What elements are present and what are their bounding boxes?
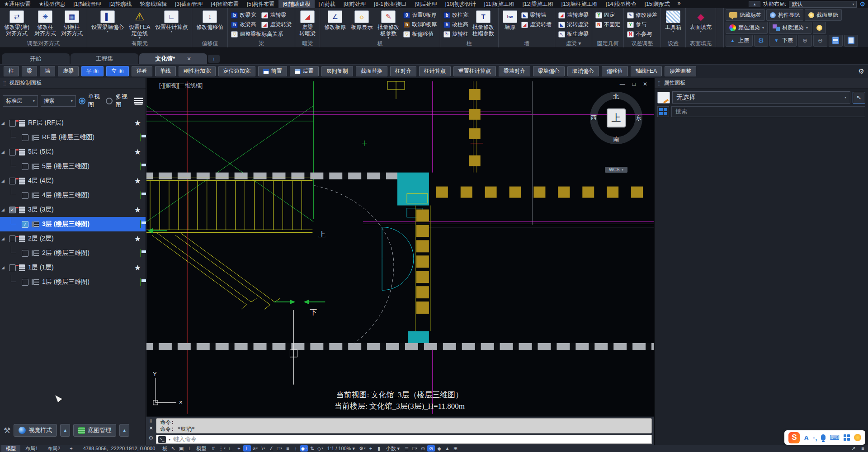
toolbar-button[interactable]: 截面替换 [356, 66, 387, 76]
toolbar-button[interactable]: 立 面 [106, 66, 128, 76]
ribbon-button[interactable]: ✳修改柱对齐方式 [33, 9, 58, 37]
ribbon-button[interactable]: h改梁高 [230, 20, 257, 29]
microphone-icon[interactable] [821, 434, 826, 441]
expander-icon[interactable]: ◢ [1, 150, 5, 154]
ribbon-button[interactable]: ◆表面填充▾ [688, 9, 713, 33]
ribbon-right-button[interactable]: 隐藏标签 [726, 9, 765, 21]
select-mode-icon[interactable]: ↖ [169, 445, 177, 452]
visibility-checkbox[interactable] [22, 279, 28, 286]
add-layout-tab[interactable]: + [65, 445, 77, 452]
close-icon[interactable]: ✕ [187, 56, 191, 62]
ribbon-button[interactable]: ☼板厚显示 [349, 9, 374, 30]
menu-overflow-icon[interactable]: » [674, 0, 684, 8]
menubar-item-11[interactable]: [8]前处理 [340, 0, 370, 8]
navigation-compass[interactable]: 北 南 西 东 上 [590, 92, 642, 144]
properties-search-input[interactable]: 搜索 [671, 106, 865, 117]
document-tab-1[interactable]: 开始 [2, 53, 70, 64]
toolbar-button[interactable]: 梁 [22, 66, 37, 76]
document-tab-2[interactable]: 工程集 [71, 53, 138, 64]
keyboard-icon[interactable]: ⌨ [830, 433, 840, 442]
ribbon-button[interactable]: ▽调整梁板标高关系 [230, 30, 284, 38]
gear-icon[interactable]: ⚙ [859, 1, 865, 7]
favorite-star-icon[interactable]: ★ [134, 177, 141, 185]
ribbon-right-button[interactable]: 构件显隐 [766, 9, 803, 21]
thumbnail-icon[interactable] [140, 220, 141, 228]
ortho-icon[interactable]: ∟ [227, 445, 235, 452]
visibility-checkbox[interactable] [9, 178, 16, 184]
close-icon[interactable]: ✕ [149, 425, 153, 431]
ribbon-button[interactable]: ▦切换柱对齐方式 [59, 9, 85, 37]
tree-floor-row[interactable]: ◢4层 (4层)★ [0, 174, 146, 188]
minimize-icon[interactable]: — [620, 81, 625, 87]
ribbon-button[interactable]: ◢虚梁转墙 [520, 20, 552, 29]
favorite-star-icon[interactable]: ★ [134, 235, 141, 243]
tools-icon[interactable]: ⚒ [4, 426, 10, 435]
ribbon-button[interactable]: ◣梁转墙 [520, 11, 547, 19]
ribbon-right-button[interactable]: 材质渲染▾ [769, 22, 811, 33]
mountains-icon[interactable]: ▲ [443, 445, 451, 452]
fullscreen-icon[interactable]: ↗ [849, 445, 857, 452]
visibility-checkbox[interactable] [22, 192, 28, 199]
rect-snap-icon[interactable]: □▾ [276, 445, 283, 452]
isolate-icon[interactable]: ⊘ [427, 445, 435, 452]
tree-floor-row[interactable]: ◢2层 (2层)★ [0, 231, 146, 246]
favorite-star-icon[interactable]: ★ [134, 264, 141, 272]
ribbon-button[interactable]: 0设置0板厚 [402, 11, 438, 19]
menubar-item-1[interactable]: ★通用设置 [0, 0, 35, 8]
ribbon-right-button[interactable] [844, 35, 858, 47]
model-space-label[interactable]: 模型 [193, 445, 209, 452]
axis-figure-icon[interactable]: ⊥ [185, 445, 193, 452]
ribbon-button[interactable]: Y固定 [594, 11, 616, 19]
view-list-icon[interactable] [134, 97, 143, 105]
thumbnail-icon[interactable] [140, 249, 141, 257]
ribbon-button[interactable]: Y参与 [626, 20, 647, 29]
swap-icon[interactable]: ⇅ [308, 445, 316, 452]
menubar-item-16[interactable]: [12]梁施工图 [519, 0, 557, 8]
menubar-item-12[interactable]: [8-1]数据接口 [370, 0, 410, 8]
ime-letter-mode-icon[interactable]: A [804, 434, 809, 442]
ime-apps-icon[interactable] [844, 434, 850, 441]
visual-style-collapse-button[interactable]: ▲ [60, 424, 70, 437]
menubar-item-5[interactable]: 轮廓线编辑 [136, 0, 171, 8]
ucs-icon[interactable]: ▣ [177, 445, 185, 452]
toolbar-button[interactable]: 层间复制 [321, 66, 353, 76]
menubar-item-17[interactable]: [13]墙柱施工图 [557, 0, 602, 8]
objects-icon[interactable]: ⊙ [419, 445, 427, 452]
visibility-checkbox[interactable]: ✓ [22, 221, 28, 228]
page-icon[interactable]: ⊞ [452, 445, 459, 452]
circle-snap-icon[interactable]: ⌀▾ [251, 445, 259, 452]
ribbon-button[interactable]: ↖板生虚梁 [557, 30, 590, 38]
menubar-item-7[interactable]: [4]智能布置 [207, 0, 243, 8]
tree-floor-row[interactable]: ◢5层 (5层)★ [0, 145, 146, 159]
snap-spacing-icon[interactable]: ⋮▾ [217, 445, 226, 452]
drag-handle-icon[interactable]: ⣿ [3, 81, 7, 85]
favorite-star-icon[interactable]: ★ [134, 206, 141, 214]
ribbon-button[interactable]: ∠修改板厚 [322, 9, 348, 30]
ribbon-button[interactable]: ✎修改误差 [626, 11, 658, 19]
expander-icon[interactable]: ◢ [1, 121, 5, 125]
ribbon-button[interactable]: 工具箱▾ [663, 9, 683, 33]
category-grid-icon[interactable] [657, 106, 669, 117]
line-snap-icon[interactable]: \▾ [259, 445, 267, 452]
thumbnail-icon[interactable] [140, 191, 141, 199]
ribbon-button[interactable]: h改柱高 [443, 20, 469, 29]
menubar-item-6[interactable]: [3]截面管理 [171, 0, 207, 8]
pick-object-button[interactable]: ↖ [853, 92, 865, 104]
maximize-icon[interactable]: □ [632, 81, 636, 87]
visibility-checkbox[interactable] [22, 163, 28, 170]
sogou-logo-icon[interactable]: S [788, 432, 800, 443]
command-prompt-icon[interactable]: >_ [158, 436, 166, 443]
tree-view-row[interactable]: 5层 (楼层三维图) [0, 159, 146, 174]
expander-icon[interactable]: ◢ [1, 236, 5, 241]
toolbar-button[interactable]: 详看 [132, 66, 152, 76]
compass-south-label[interactable]: 南 [613, 135, 619, 143]
settings-icon[interactable]: ⚙▾ [358, 445, 366, 452]
multi-view-radio[interactable] [106, 98, 113, 104]
toolbar-button[interactable]: 柱计算点 [419, 66, 451, 76]
ribbon-button[interactable]: ↕修改偏移值 [194, 9, 225, 30]
ribbon-button[interactable]: ◢虚梁转梁 [260, 20, 292, 29]
visibility-checkbox[interactable] [22, 134, 28, 141]
ribbon-right-button[interactable] [813, 22, 826, 33]
ribbon-right-button[interactable]: ⊕ [798, 35, 812, 47]
drawing-canvas[interactable]: 上 下 Y × 当前视图: 文化馆_3层（楼层三维图） 当前楼层: 文化馆_3层… [146, 78, 654, 417]
